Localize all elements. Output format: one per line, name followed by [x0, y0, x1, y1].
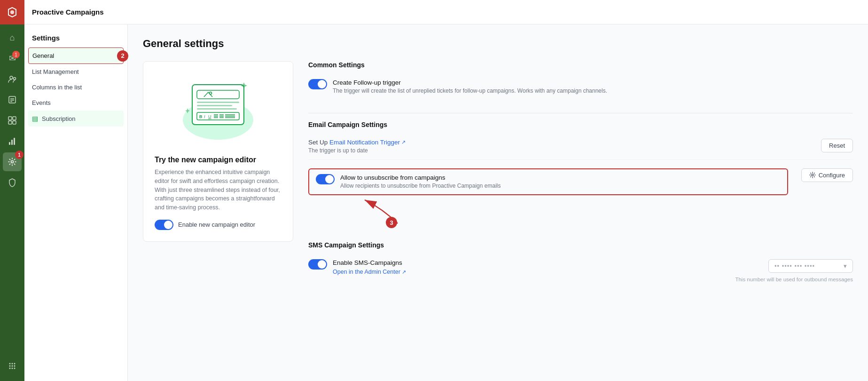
app-container: Proactive Campaigns Settings General 2 L…	[24, 0, 868, 381]
svg-point-16	[9, 363, 11, 365]
sms-actions: •• •••• ••• •••• ▾ This number will be u…	[735, 259, 853, 282]
nav-dashboard[interactable]	[3, 111, 22, 130]
sms-content: Enable SMS-Campaigns Open in the Admin C…	[333, 259, 729, 276]
sms-settings-section: SMS Campaign Settings Enable SMS-Campaig…	[308, 241, 853, 287]
sms-row: Enable SMS-Campaigns Open in the Admin C…	[308, 254, 853, 287]
nav-inbox[interactable]: ✉	[3, 49, 22, 68]
sidebar-item-list-management[interactable]: List Management	[24, 64, 127, 79]
reset-button[interactable]: Reset	[821, 139, 853, 152]
follow-up-row: Create Follow-up trigger The trigger wil…	[308, 74, 853, 100]
svg-rect-29	[197, 102, 239, 103]
settings-panel: Common Settings Create Follow-up trigger…	[308, 61, 853, 300]
trigger-row: Set Up Email Notification Trigger ↗ The …	[308, 134, 853, 160]
campaign-editor-card: B I U	[143, 61, 293, 242]
svg-rect-30	[197, 105, 232, 106]
svg-point-1	[10, 10, 14, 14]
unsubscribe-desc: Allow recipients to unsubscribe from Pro…	[340, 182, 781, 190]
nav-reports[interactable]	[3, 90, 22, 109]
svg-point-45	[812, 174, 813, 176]
trigger-actions: Reset	[821, 139, 853, 152]
svg-rect-14	[14, 138, 15, 145]
svg-point-23	[12, 368, 13, 369]
nav-contacts[interactable]	[3, 70, 22, 88]
sidebar: Settings General 2 List Management Colum…	[24, 24, 128, 381]
svg-point-21	[14, 365, 16, 367]
follow-up-desc: The trigger will create the list of unre…	[333, 87, 853, 95]
email-settings-section: Email Campaign Settings Set Up Email Not…	[308, 121, 853, 229]
sms-settings-title: SMS Campaign Settings	[308, 241, 853, 249]
nav-rail: ⌂ ✉	[0, 0, 24, 381]
unsubscribe-toggle[interactable]	[316, 174, 335, 184]
sidebar-item-general[interactable]: General	[28, 48, 124, 64]
page-title: General settings	[143, 38, 853, 50]
sms-phone-value: •• •••• ••• ••••	[774, 262, 815, 270]
svg-point-24	[14, 368, 16, 369]
nav-badge-1: 1	[15, 151, 23, 159]
svg-point-17	[12, 363, 13, 365]
trigger-link[interactable]: Email Notification Trigger ↗	[329, 139, 406, 146]
trigger-content: Set Up Email Notification Trigger ↗ The …	[308, 139, 815, 155]
external-link-icon: ↗	[401, 139, 406, 145]
follow-up-toggle[interactable]	[308, 79, 327, 89]
trigger-prefix-label: Set Up Email Notification Trigger ↗	[308, 139, 815, 146]
sms-phone-dropdown[interactable]: •• •••• ••• •••• ▾	[768, 259, 853, 273]
unsubscribe-label: Allow to unsubscribe from campaigns	[340, 174, 781, 181]
svg-text:U: U	[208, 114, 211, 119]
configure-actions: Configure	[801, 168, 853, 182]
sms-toggle[interactable]	[308, 259, 327, 270]
subscription-icon: ▤	[32, 115, 38, 122]
sidebar-general-label: General	[32, 52, 54, 59]
arrow-badge-3: 3	[386, 217, 397, 228]
sidebar-item-events[interactable]: Events	[24, 95, 127, 111]
svg-rect-4	[9, 96, 16, 103]
svg-rect-8	[8, 117, 12, 120]
common-settings-section: Common Settings Create Follow-up trigger…	[308, 61, 853, 100]
svg-rect-10	[8, 121, 12, 124]
sms-external-link-icon: ↗	[402, 269, 406, 275]
sms-phone-note: This number will be used for outbound me…	[735, 277, 853, 282]
top-bar: Proactive Campaigns	[24, 0, 868, 24]
svg-point-20	[12, 365, 13, 367]
configure-button[interactable]: Configure	[801, 168, 853, 182]
svg-point-2	[10, 76, 13, 79]
svg-rect-13	[11, 140, 13, 145]
sidebar-item-columns[interactable]: Columns in the list	[24, 79, 127, 95]
campaign-toggle-row: Enable new campaign editor	[155, 220, 282, 230]
svg-text:B: B	[199, 114, 203, 119]
sidebar-title: Settings	[24, 34, 127, 48]
common-settings-title: Common Settings	[308, 61, 853, 69]
sms-admin-link[interactable]: Open in the Admin Center ↗	[333, 269, 406, 275]
svg-point-3	[14, 78, 16, 80]
campaign-card-title: Try the new campaign editor	[155, 156, 282, 164]
app-title: Proactive Campaigns	[32, 8, 104, 16]
svg-point-15	[11, 161, 14, 163]
main-content: General settings	[128, 24, 868, 381]
sms-label: Enable SMS-Campaigns	[333, 259, 729, 266]
trigger-status: The trigger is up to date	[308, 147, 815, 155]
svg-rect-12	[9, 142, 10, 145]
nav-settings[interactable]: 1	[3, 152, 22, 171]
arrow-annotation-container: 3	[308, 190, 853, 228]
svg-rect-31	[197, 108, 237, 110]
campaign-editor-toggle[interactable]	[155, 220, 173, 230]
sidebar-badge-2: 2	[117, 50, 128, 62]
campaign-card-desc: Experience the enhanced intuitive campai…	[155, 168, 282, 212]
nav-security[interactable]	[3, 173, 22, 192]
nav-home[interactable]: ⌂	[3, 28, 22, 47]
sidebar-item-subscription[interactable]: ▤ Subscription	[28, 111, 124, 127]
configure-gear-icon	[809, 172, 816, 178]
nav-apps[interactable]	[3, 357, 22, 375]
chevron-down-icon: ▾	[844, 262, 847, 270]
svg-rect-9	[13, 117, 16, 120]
svg-point-18	[14, 363, 16, 365]
follow-up-label: Create Follow-up trigger	[333, 79, 853, 86]
annotation-arrow	[336, 190, 430, 228]
follow-up-content: Create Follow-up trigger The trigger wil…	[333, 79, 853, 95]
cards-row: B I U	[143, 61, 853, 300]
content-area: Settings General 2 List Management Colum…	[24, 24, 868, 381]
nav-analytics[interactable]	[3, 132, 22, 151]
unsubscribe-content: Allow to unsubscribe from campaigns Allo…	[340, 174, 781, 190]
svg-point-22	[9, 368, 11, 369]
campaign-illustration: B I U	[155, 73, 282, 148]
app-logo	[0, 0, 24, 24]
